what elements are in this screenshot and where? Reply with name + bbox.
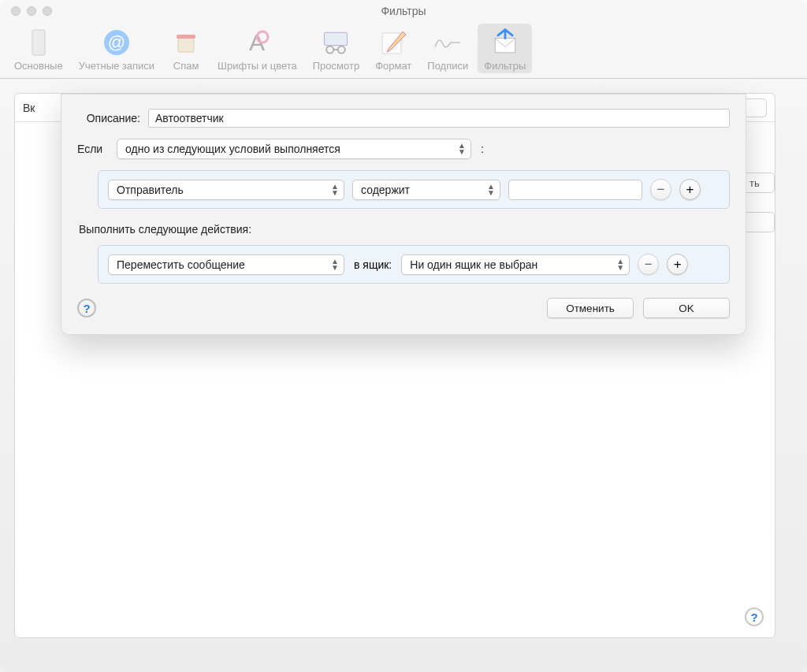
- chevron-updown-icon: [331, 184, 339, 196]
- svg-rect-0: [32, 30, 45, 55]
- tab-accounts[interactable]: @ Учетные записи: [73, 24, 161, 73]
- svg-rect-4: [177, 35, 195, 39]
- minimize-icon[interactable]: [27, 6, 36, 16]
- add-condition-button[interactable]: +: [679, 179, 701, 200]
- zoom-icon[interactable]: [43, 6, 52, 16]
- tab-viewing[interactable]: Просмотр: [307, 24, 366, 73]
- titlebar: Фильтры: [0, 0, 807, 22]
- signature-icon: [432, 27, 463, 58]
- preferences-window: Фильтры Основные @ Учетные записи Спам A…: [0, 0, 807, 672]
- window-controls: [11, 6, 52, 16]
- sheet-help-button[interactable]: ?: [77, 299, 96, 317]
- condition-value-input[interactable]: [508, 180, 642, 200]
- svg-point-9: [338, 46, 345, 54]
- add-action-button[interactable]: +: [667, 254, 688, 275]
- pencil-icon: [377, 27, 409, 58]
- tab-signatures[interactable]: Подписи: [421, 24, 474, 73]
- tab-junk[interactable]: Спам: [164, 24, 208, 73]
- description-input[interactable]: [148, 109, 730, 128]
- tab-general[interactable]: Основные: [8, 24, 69, 73]
- glasses-icon: [320, 27, 351, 58]
- side-buttons-edge: ть: [746, 94, 775, 637]
- help-button[interactable]: ?: [745, 607, 764, 626]
- general-icon: [23, 27, 54, 58]
- tab-rules[interactable]: Фильтры: [478, 24, 532, 73]
- remove-condition-button[interactable]: −: [650, 179, 671, 200]
- svg-rect-7: [325, 32, 348, 45]
- tab-fonts[interactable]: A Шрифты и цвета: [211, 24, 303, 73]
- column-enabled: Вк: [23, 102, 35, 114]
- ok-button[interactable]: OK: [643, 298, 730, 318]
- if-label: Если: [77, 143, 109, 155]
- window-title: Фильтры: [381, 5, 426, 17]
- duplicate-button-edge[interactable]: [746, 212, 775, 232]
- svg-point-8: [327, 46, 334, 54]
- colon: :: [481, 143, 484, 155]
- trash-icon: [170, 27, 202, 58]
- chevron-updown-icon: [616, 258, 624, 271]
- chevron-updown-icon: [487, 184, 495, 196]
- action-mailbox-select[interactable]: Ни один ящик не выбран: [401, 254, 630, 275]
- description-label: Описание:: [77, 112, 140, 124]
- sheet-footer: ? Отменить OK: [77, 298, 730, 318]
- if-condition-select[interactable]: одно из следующих условий выполняется: [117, 139, 471, 159]
- condition-operator-select[interactable]: содержит: [352, 180, 500, 200]
- condition-row: Отправитель содержит − +: [98, 170, 730, 209]
- preferences-toolbar: Основные @ Учетные записи Спам A Шрифты …: [0, 22, 807, 79]
- svg-rect-11: [382, 33, 401, 54]
- cancel-button[interactable]: Отменить: [547, 298, 634, 318]
- at-icon: @: [101, 27, 132, 58]
- to-mailbox-label: в ящик:: [354, 258, 392, 271]
- chevron-updown-icon: [331, 258, 339, 271]
- action-type-select[interactable]: Переместить сообщение: [108, 254, 344, 275]
- chevron-updown-icon: [458, 143, 466, 155]
- action-row: Переместить сообщение в ящик: Ни один ящ…: [98, 245, 730, 284]
- rule-editor-sheet: Описание: Если одно из следующих условий…: [61, 94, 746, 335]
- close-icon[interactable]: [11, 6, 20, 16]
- svg-rect-3: [178, 38, 194, 52]
- condition-field-select[interactable]: Отправитель: [108, 180, 344, 200]
- remove-action-button[interactable]: −: [638, 254, 659, 275]
- edit-button-edge[interactable]: ть: [746, 173, 775, 193]
- rules-icon: [489, 27, 521, 58]
- tab-composing[interactable]: Формат: [369, 24, 418, 73]
- fonts-icon: A: [241, 27, 273, 58]
- svg-text:@: @: [108, 32, 125, 52]
- actions-label: Выполнить следующие действия:: [79, 223, 730, 236]
